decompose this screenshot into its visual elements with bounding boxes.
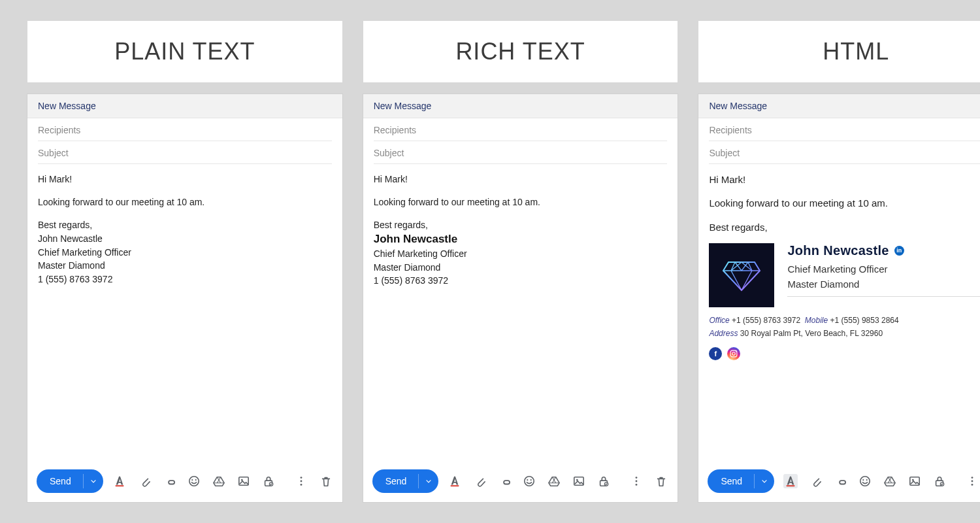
insert-link-button[interactable] (833, 474, 847, 488)
paperclip-icon (474, 475, 485, 487)
facebook-icon[interactable]: f (709, 347, 722, 360)
caret-down-icon (90, 477, 97, 485)
insert-emoji-button[interactable] (522, 474, 536, 488)
column-heading: RICH TEXT (363, 21, 678, 82)
send-button-main[interactable]: Send (708, 469, 754, 493)
formatting-options-button[interactable] (783, 474, 798, 488)
column-rich-text: RICH TEXT New Message Recipients Subject… (363, 21, 678, 502)
link-icon (163, 475, 175, 487)
caret-down-icon (425, 477, 433, 485)
insert-image-button[interactable] (572, 474, 586, 488)
drive-icon (884, 475, 896, 487)
insert-emoji-button[interactable] (858, 474, 872, 488)
attach-file-button[interactable] (137, 474, 152, 488)
column-heading: PLAIN TEXT (27, 21, 342, 82)
subject-field[interactable]: Subject (374, 141, 668, 164)
body-line-1: Looking forward to our meeting at 10 am. (38, 196, 332, 209)
sig-company: Master Diamond (787, 278, 980, 290)
mobile-label: Mobile (805, 316, 828, 325)
sig-title: Chief Marketing Officer (374, 248, 668, 260)
text-format-icon (785, 475, 796, 487)
mobile-phone: +1 (555) 9853 2864 (830, 316, 899, 325)
send-options-dropdown[interactable] (419, 469, 438, 493)
caret-down-icon (760, 477, 768, 485)
sig-name: John Newcastle (38, 233, 332, 245)
column-heading: HTML (698, 21, 980, 82)
trash-icon (655, 475, 667, 487)
sig-name: John Newcastle (374, 233, 668, 246)
send-options-dropdown[interactable] (755, 469, 774, 493)
send-button-main[interactable]: Send (372, 469, 419, 493)
column-html: HTML New Message Recipients Subject Hi M… (698, 21, 980, 502)
insert-drive-button[interactable] (883, 474, 897, 488)
send-options-dropdown[interactable] (84, 469, 103, 493)
subject-field[interactable]: Subject (709, 141, 980, 164)
recipients-field[interactable]: Recipients (709, 118, 980, 141)
confidential-mode-button[interactable] (261, 474, 276, 488)
more-vertical-icon (295, 475, 307, 487)
insert-drive-button[interactable] (212, 474, 226, 488)
signature-card: John Newcastle in Chief Marketing Office… (709, 243, 980, 307)
message-body[interactable]: Hi Mark! Looking forward to our meeting … (698, 164, 980, 463)
lock-clock-icon (263, 475, 274, 487)
message-body[interactable]: Hi Mark! Looking forward to our meeting … (363, 164, 678, 463)
text-format-icon (449, 475, 461, 487)
send-button[interactable]: Send (708, 469, 774, 493)
office-phone: +1 (555) 8763 3972 (732, 316, 800, 325)
more-options-button[interactable] (965, 474, 979, 488)
lock-clock-icon (934, 475, 945, 487)
insert-link-button[interactable] (162, 474, 176, 488)
sig-title: Chief Marketing Officer (38, 246, 332, 259)
sig-phone: 1 (555) 8763 3972 (38, 273, 332, 286)
body-closing: Best regards, (38, 219, 332, 231)
instagram-icon[interactable] (727, 347, 740, 360)
insert-drive-button[interactable] (547, 474, 561, 488)
formatting-options-button[interactable] (112, 474, 127, 488)
sig-company: Master Diamond (38, 260, 332, 272)
subject-field[interactable]: Subject (38, 141, 332, 164)
emoji-icon (859, 475, 871, 487)
discard-draft-button[interactable] (654, 474, 668, 488)
attach-file-button[interactable] (808, 474, 823, 488)
body-line-1: Looking forward to our meeting at 10 am. (374, 196, 668, 209)
signature-contact-info: Office +1 (555) 8763 3972 Mobile +1 (555… (709, 314, 980, 341)
insert-image-button[interactable] (907, 474, 922, 488)
body-greeting: Hi Mark! (38, 173, 332, 186)
link-icon (498, 475, 510, 487)
confidential-mode-button[interactable] (932, 474, 947, 488)
drive-icon (213, 475, 225, 487)
trash-icon (320, 475, 332, 487)
sig-name: John Newcastle (787, 243, 889, 258)
linkedin-icon[interactable]: in (894, 246, 904, 256)
formatting-options-button[interactable] (448, 474, 462, 488)
insert-emoji-button[interactable] (187, 474, 201, 488)
body-greeting: Hi Mark! (709, 173, 980, 186)
paperclip-icon (139, 475, 150, 487)
sig-company: Master Diamond (374, 262, 668, 274)
insert-image-button[interactable] (237, 474, 251, 488)
more-options-button[interactable] (629, 474, 644, 488)
lock-clock-icon (598, 475, 610, 487)
paperclip-icon (809, 475, 821, 487)
compose-title: New Message (27, 94, 342, 118)
message-body[interactable]: Hi Mark! Looking forward to our meeting … (27, 164, 342, 463)
discard-draft-button[interactable] (319, 474, 333, 488)
text-format-icon (114, 475, 125, 487)
confidential-mode-button[interactable] (596, 474, 611, 488)
more-options-button[interactable] (294, 474, 308, 488)
emoji-icon (188, 475, 200, 487)
compose-window-rich: New Message Recipients Subject Hi Mark! … (363, 94, 678, 502)
body-greeting: Hi Mark! (374, 173, 668, 186)
send-button[interactable]: Send (372, 469, 439, 493)
address-label: Address (709, 329, 738, 338)
attach-file-button[interactable] (472, 474, 487, 488)
send-button-main[interactable]: Send (37, 469, 83, 493)
body-closing: Best regards, (374, 219, 668, 231)
recipients-field[interactable]: Recipients (38, 118, 332, 141)
instagram-glyph-icon (729, 349, 738, 358)
body-closing: Best regards, (709, 221, 980, 234)
send-button[interactable]: Send (37, 469, 103, 493)
insert-link-button[interactable] (497, 474, 512, 488)
image-icon (573, 475, 585, 487)
recipients-field[interactable]: Recipients (374, 118, 668, 141)
